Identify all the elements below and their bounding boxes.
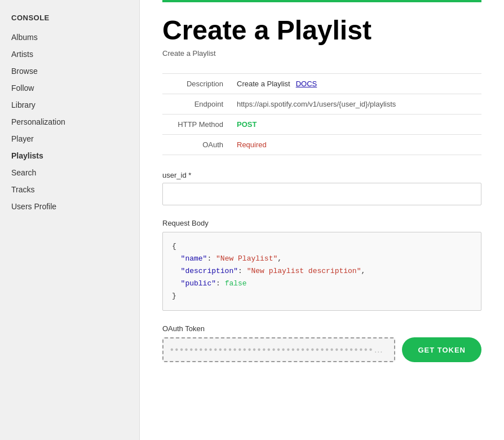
info-row: Endpointhttps://api.spotify.com/v1/users… — [162, 94, 481, 114]
token-input-wrapper[interactable]: ••••••••••••••••••••••••••••••••••••••••… — [162, 337, 395, 362]
request-body-label: Request Body — [162, 219, 481, 227]
page-subtitle: Create a Playlist — [162, 49, 481, 58]
info-row-label: Description — [162, 73, 230, 94]
request-body-code: { "name": "New Playlist", "description":… — [162, 232, 481, 311]
sidebar-item-personalization[interactable]: Personalization — [0, 113, 139, 130]
sidebar-item-playlists[interactable]: Playlists — [0, 147, 139, 164]
sidebar-item-library[interactable]: Library — [0, 96, 139, 113]
sidebar-item-tracks[interactable]: Tracks — [0, 181, 139, 198]
info-row-value: https://api.spotify.com/v1/users/{user_i… — [230, 94, 481, 114]
get-token-button[interactable]: GET TOKEN — [402, 337, 481, 362]
info-row: HTTP MethodPOST — [162, 114, 481, 134]
info-row-label: HTTP Method — [162, 114, 230, 134]
sidebar-item-browse[interactable]: Browse — [0, 63, 139, 80]
top-accent-bar — [162, 0, 481, 2]
user-id-label: user_id * — [162, 171, 481, 179]
info-row: OAuthRequired — [162, 134, 481, 155]
info-row-label: OAuth — [162, 134, 230, 155]
oauth-section: OAuth Token ••••••••••••••••••••••••••••… — [162, 324, 481, 362]
info-row-value: POST — [230, 114, 481, 134]
info-row-label: Endpoint — [162, 94, 230, 114]
info-row: DescriptionCreate a PlaylistDOCS — [162, 73, 481, 94]
docs-link[interactable]: DOCS — [296, 80, 317, 88]
sidebar-item-albums[interactable]: Albums — [0, 29, 139, 46]
main-content: Create a Playlist Create a Playlist Desc… — [140, 0, 504, 440]
console-label: CONSOLE — [0, 9, 139, 29]
sidebar-item-search[interactable]: Search — [0, 164, 139, 181]
info-row-value: Create a PlaylistDOCS — [230, 73, 481, 94]
page-title: Create a Playlist — [162, 16, 481, 46]
sidebar-item-follow[interactable]: Follow — [0, 80, 139, 96]
sidebar-item-users-profile[interactable]: Users Profile — [0, 198, 139, 215]
user-id-input[interactable] — [162, 183, 481, 205]
sidebar-item-artists[interactable]: Artists — [0, 46, 139, 63]
token-dots: ••••••••••••••••••••••••••••••••••••••••… — [170, 345, 387, 355]
info-table: DescriptionCreate a PlaylistDOCSEndpoint… — [162, 73, 481, 155]
oauth-token-label: OAuth Token — [162, 324, 481, 333]
info-row-value: Required — [230, 134, 481, 155]
sidebar: CONSOLE AlbumsArtistsBrowseFollowLibrary… — [0, 0, 140, 440]
oauth-row: ••••••••••••••••••••••••••••••••••••••••… — [162, 337, 481, 362]
sidebar-item-player[interactable]: Player — [0, 130, 139, 147]
